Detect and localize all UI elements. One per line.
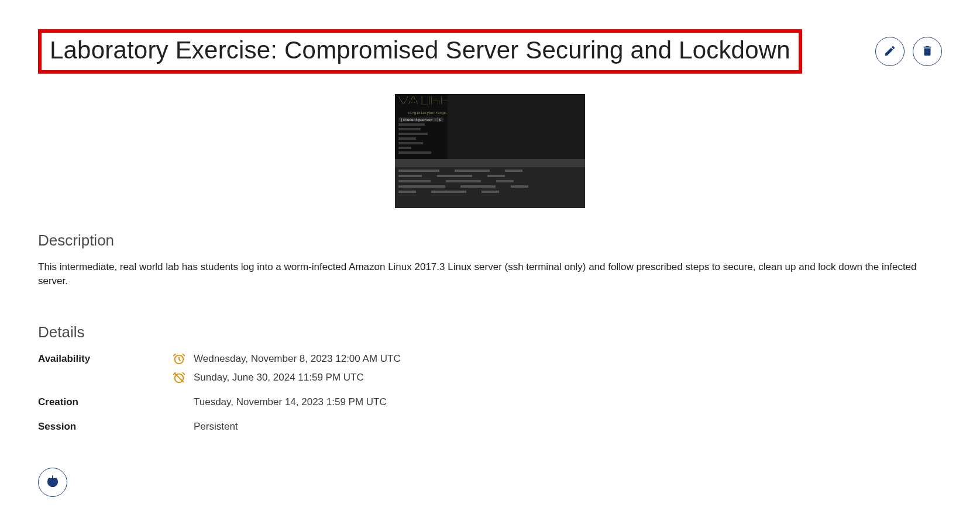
details-section: Details Availability Wednesday, November…: [38, 323, 942, 438]
creation-value: Tuesday, November 14, 2023 1:59 PM UTC: [194, 396, 387, 408]
header-row: Laboratory Exercise: Compromised Server …: [38, 29, 942, 74]
pencil-icon: [883, 44, 896, 59]
lab-thumbnail: \ / /\ | ||__ |__| \/ /--\ |__|| || \ vi…: [395, 94, 585, 208]
description-heading: Description: [38, 231, 942, 250]
creation-row: Tuesday, November 14, 2023 1:59 PM UTC: [173, 395, 942, 409]
detail-values-availability: Wednesday, November 8, 2023 12:00 AM UTC…: [173, 352, 942, 389]
session-row: Persistent: [173, 420, 942, 434]
thumb-sidebar-lines: [398, 123, 434, 156]
detail-row-availability: Availability Wednesday, November 8, 2023…: [38, 352, 942, 389]
detail-row-session: Session Persistent: [38, 420, 942, 438]
power-button-container: [38, 468, 942, 497]
availability-start-row: Wednesday, November 8, 2023 12:00 AM UTC: [173, 352, 942, 366]
thumb-toolbar: [395, 159, 585, 167]
thumb-bottom-panel: [395, 167, 585, 208]
detail-row-creation: Creation Tuesday, November 14, 2023 1:59…: [38, 395, 942, 414]
page-title: Laboratory Exercise: Compromised Server …: [50, 36, 790, 64]
edit-button[interactable]: [875, 37, 905, 66]
trash-icon: [921, 44, 934, 59]
availability-end-row: Sunday, June 30, 2024 11:59 PM UTC: [173, 371, 942, 385]
availability-start-value: Wednesday, November 8, 2023 12:00 AM UTC: [194, 353, 401, 365]
alarm-on-icon: [173, 352, 185, 365]
action-buttons: [875, 37, 942, 66]
title-highlight-box: Laboratory Exercise: Compromised Server …: [38, 29, 802, 74]
thumbnail-container: \ / /\ | ||__ |__| \/ /--\ |__|| || \ vi…: [38, 94, 942, 208]
detail-label-availability: Availability: [38, 352, 173, 365]
detail-values-session: Persistent: [173, 420, 942, 438]
detail-label-creation: Creation: [38, 395, 173, 408]
detail-label-session: Session: [38, 420, 173, 433]
thumb-ascii-art: \ / /\ | ||__ |__| \/ /--\ |__|| || \: [398, 96, 451, 105]
description-section: Description This intermediate, real worl…: [38, 231, 942, 288]
details-heading: Details: [38, 323, 942, 341]
details-table: Availability Wednesday, November 8, 2023…: [38, 352, 942, 438]
availability-end-value: Sunday, June 30, 2024 11:59 PM UTC: [194, 372, 364, 383]
thumb-prompt-text: [student@server ~]$: [398, 117, 443, 122]
description-text: This intermediate, real world lab has st…: [38, 260, 927, 288]
power-icon: [46, 475, 59, 489]
power-button[interactable]: [38, 468, 67, 497]
alarm-off-icon: [173, 371, 185, 384]
thumb-inner-window: [448, 94, 585, 167]
session-value: Persistent: [194, 421, 238, 433]
detail-values-creation: Tuesday, November 14, 2023 1:59 PM UTC: [173, 395, 942, 414]
delete-button[interactable]: [913, 37, 942, 66]
